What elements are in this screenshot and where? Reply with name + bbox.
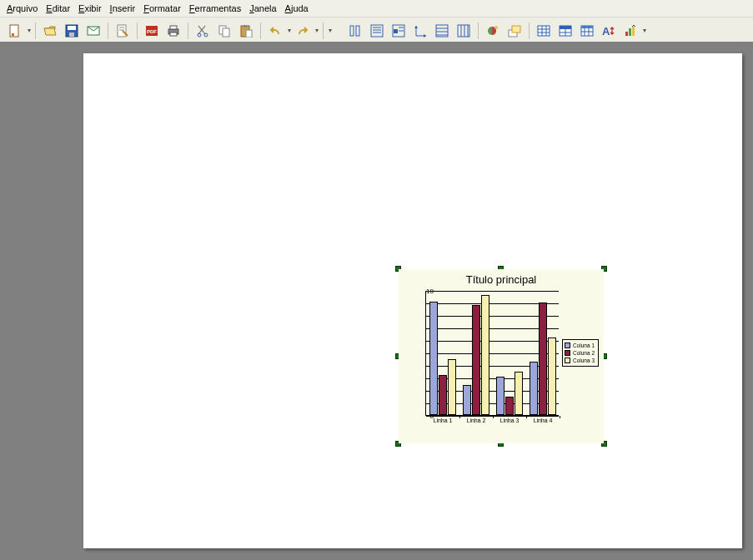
svg-rect-12 <box>170 26 177 29</box>
new-doc-button[interactable] <box>5 21 25 41</box>
legend-item: Coluna 3 <box>565 357 596 364</box>
svg-point-15 <box>204 33 208 37</box>
sort-chart-button[interactable] <box>620 21 640 41</box>
menu-arquivo[interactable]: Arquivo <box>7 3 38 13</box>
svg-rect-19 <box>243 25 247 28</box>
menu-inserir[interactable]: Inserir <box>110 3 136 13</box>
bar <box>463 385 471 415</box>
menu-editar[interactable]: Editar <box>46 3 70 13</box>
legend-item: Coluna 2 <box>565 349 596 357</box>
svg-rect-6 <box>118 25 126 37</box>
grid-table-button[interactable] <box>577 21 597 41</box>
svg-rect-13 <box>170 32 177 36</box>
axes-button[interactable] <box>410 21 430 41</box>
bar <box>548 338 556 415</box>
separator <box>478 22 479 39</box>
chart-body: 012345678910Linha 1Linha 2Linha 3Linha 4 <box>415 291 561 424</box>
layout-float-button[interactable] <box>389 21 409 41</box>
svg-rect-43 <box>538 26 550 36</box>
svg-text:A: A <box>602 25 610 38</box>
pdf-button[interactable]: PDF <box>142 21 162 41</box>
cut-button[interactable] <box>193 21 213 41</box>
x-category-label: Linha 2 <box>459 418 493 423</box>
legend-swatch-icon <box>565 350 570 356</box>
menu-janela[interactable]: Janela <box>249 3 276 13</box>
y-tick-label: 10 <box>422 288 434 295</box>
plot-area: 012345678910Linha 1Linha 2Linha 3Linha 4 <box>425 291 559 416</box>
menu-exibir[interactable]: Exibir <box>78 3 102 13</box>
svg-rect-3 <box>68 26 76 30</box>
chart-title: Título principal <box>399 269 604 288</box>
separator <box>323 22 324 39</box>
font-size-button[interactable]: A <box>599 21 619 41</box>
legend-label: Coluna 1 <box>573 342 595 348</box>
bar <box>448 359 456 416</box>
menu-formatar[interactable]: Formatar <box>143 3 181 13</box>
svg-rect-28 <box>394 29 398 33</box>
horiz-lines-button[interactable] <box>432 21 452 41</box>
redo-dropdown-icon[interactable]: ▾ <box>314 27 319 34</box>
svg-rect-21 <box>350 26 354 36</box>
menu-ajuda[interactable]: Ajuda <box>285 3 309 13</box>
svg-rect-20 <box>246 30 252 38</box>
svg-rect-4 <box>69 32 74 37</box>
toolbar2-overflow-icon[interactable]: ▾ <box>642 27 646 34</box>
svg-rect-53 <box>581 26 593 28</box>
chart-legend: Coluna 1 Coluna 2 Coluna 3 <box>562 339 599 367</box>
toolbar-overflow-icon[interactable]: ▾ <box>328 27 332 34</box>
gridline <box>426 291 559 292</box>
svg-rect-1 <box>12 33 14 36</box>
layout-columns-button[interactable] <box>345 21 365 41</box>
svg-rect-60 <box>632 26 635 36</box>
svg-point-40 <box>494 26 498 29</box>
legend-swatch-icon <box>565 342 570 348</box>
slide-page[interactable]: Título principal 012345678910Linha 1Linh… <box>83 53 742 548</box>
header-row-button[interactable] <box>555 21 575 41</box>
separator <box>35 22 36 39</box>
separator <box>260 22 261 39</box>
3d-chart-button[interactable] <box>483 21 503 41</box>
svg-rect-59 <box>629 28 631 36</box>
legend-label: Coluna 2 <box>573 350 595 356</box>
menu-ferramentas[interactable]: Ferramentas <box>189 3 241 13</box>
edit-doc-button[interactable] <box>113 21 133 41</box>
legend-label: Coluna 3 <box>573 358 595 363</box>
bar <box>429 302 438 416</box>
separator <box>137 22 138 39</box>
chart-object[interactable]: Título principal 012345678910Linha 1Linh… <box>399 269 604 443</box>
save-button[interactable] <box>62 21 82 41</box>
svg-rect-17 <box>223 28 229 37</box>
bar <box>472 305 480 415</box>
layout-text-button[interactable] <box>367 21 387 41</box>
bar <box>539 302 547 415</box>
arrange-button[interactable] <box>505 21 525 41</box>
svg-rect-58 <box>625 32 628 36</box>
email-button[interactable] <box>83 21 103 41</box>
svg-rect-22 <box>356 26 359 36</box>
svg-text:PDF: PDF <box>147 29 157 34</box>
x-tick <box>560 416 560 418</box>
bar <box>505 397 514 416</box>
vert-lines-button[interactable] <box>454 21 474 41</box>
undo-button[interactable] <box>265 21 285 41</box>
menu-bar: Arquivo Editar Exibir Inserir Formatar F… <box>0 0 753 18</box>
x-category-label: Linha 4 <box>526 418 560 423</box>
bar <box>530 362 538 416</box>
svg-rect-23 <box>371 25 383 37</box>
redo-button[interactable] <box>293 21 313 41</box>
bar <box>515 372 523 416</box>
bar <box>439 375 447 415</box>
bar <box>481 295 489 415</box>
new-doc-dropdown-icon[interactable]: ▾ <box>27 27 31 34</box>
separator <box>108 22 108 39</box>
undo-dropdown-icon[interactable]: ▾ <box>287 27 291 34</box>
chart-selection[interactable]: Título principal 012345678910Linha 1Linh… <box>399 269 604 443</box>
print-button[interactable] <box>163 21 183 41</box>
separator <box>529 22 530 39</box>
paste-button[interactable] <box>236 21 256 41</box>
copy-button[interactable] <box>214 21 234 41</box>
open-button[interactable] <box>40 21 60 41</box>
bar <box>496 377 505 416</box>
x-category-label: Linha 1 <box>426 418 459 423</box>
table-button[interactable] <box>534 21 554 41</box>
